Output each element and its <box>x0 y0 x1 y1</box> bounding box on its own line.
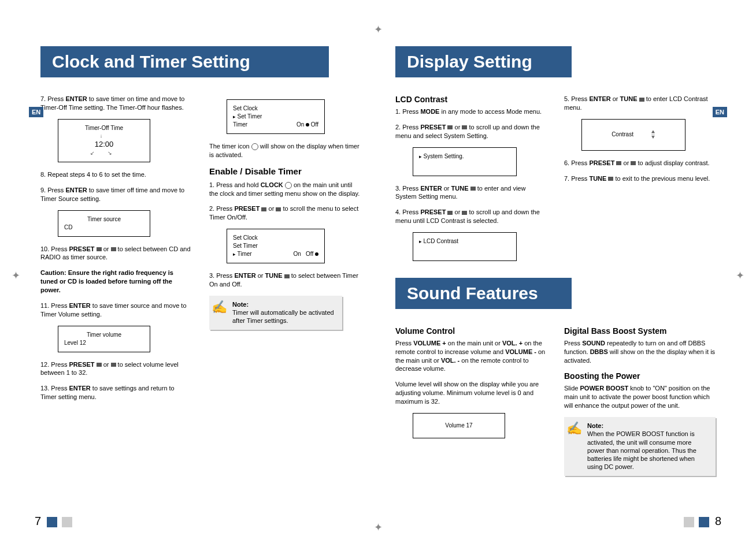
text: or <box>102 361 111 368</box>
value: Volume 17 <box>445 422 472 429</box>
sound-col-a: Volume Control Press VOLUME + on the mai… <box>395 326 547 476</box>
text: to exit to the previous menu level. <box>613 175 710 182</box>
text: PRESET <box>589 159 616 166</box>
right-icon <box>470 187 476 191</box>
lcd-step-4: 4. Press PRESET or to scroll up and down… <box>395 208 547 225</box>
down-icon <box>111 247 116 251</box>
text: 9. Press <box>40 187 65 193</box>
lcd-step-2: 2. Press PRESET or to scroll up and down… <box>395 123 547 140</box>
heading-boosting-power: Boosting the Power <box>564 371 716 381</box>
clock-icon <box>285 182 292 189</box>
text: Slide <box>564 385 580 392</box>
menu-item-selected: Timer <box>233 250 252 258</box>
heading-volume-control: Volume Control <box>395 326 547 336</box>
display-lcd-contrast: LCD Contrast <box>413 232 517 261</box>
menu-item-selected: Set Timer <box>233 113 318 121</box>
text: POWER BOOST <box>580 385 629 392</box>
opt: Off <box>311 121 318 128</box>
text: PRESET <box>69 361 97 368</box>
lcd-step-7: 7. Press TUNE to exit to the previous me… <box>564 174 716 183</box>
page-left: EN Clock and Timer Setting 7. Press ENTE… <box>0 0 378 551</box>
display-menu-1: Set Clock Set Timer Timer On Off <box>227 99 325 134</box>
dot-icon <box>306 123 309 126</box>
timer-icon-note: The timer icon will show on the display … <box>209 142 361 159</box>
text: 3. Press <box>395 185 420 192</box>
dbbs-para: Press SOUND repeatedly to turn on and of… <box>564 339 716 365</box>
lcd-step-6: 6. Press PRESET or to adjust display con… <box>564 159 716 167</box>
volume-para-1: Press VOLUME + on the main unit or VOL. … <box>395 339 547 373</box>
step-11: 11. Press ENTER to save timer source and… <box>40 301 192 319</box>
text: 10. Press <box>40 245 69 252</box>
text: ENTER <box>69 385 91 392</box>
text: ENTER <box>420 185 442 192</box>
text: 1. Press <box>395 108 420 115</box>
display-timer-source: Timer source CD <box>58 210 150 237</box>
text: The timer icon <box>209 143 251 150</box>
note-body: When the POWER BOOST function is activat… <box>587 430 696 470</box>
text: ENTER <box>234 272 255 279</box>
text: VOLUME - <box>505 348 536 355</box>
text: ENTER <box>65 187 87 193</box>
header-sound-features: Sound Features <box>395 278 572 309</box>
right-icon <box>284 274 290 278</box>
enable-step-1: 1. Press and hold CLOCK on the main unit… <box>209 181 361 198</box>
sound-col-b: Digital Bass Boost System Press SOUND re… <box>564 326 716 476</box>
step-10: 10. Press PRESET or to select between CD… <box>40 245 192 262</box>
value: 12:00 <box>95 139 114 150</box>
value: CD <box>64 224 144 232</box>
text: ENTER <box>589 95 610 102</box>
menu-item-selected: System Setting. <box>419 153 464 159</box>
label: Timer volume <box>64 331 144 339</box>
header-display-setting: Display Setting <box>395 46 572 77</box>
step-12: 12. Press PRESET or to select volume lev… <box>40 360 192 378</box>
text: or <box>453 124 462 131</box>
step-9: 9. Press ENTER to save timer off time an… <box>40 186 192 203</box>
text: PRESET <box>420 209 447 215</box>
volume-para-2: Volume level will show on the display wh… <box>395 380 547 406</box>
hand-icon: ✍ <box>212 299 227 316</box>
text: 7. Press <box>564 175 589 182</box>
text: TUNE <box>620 95 639 102</box>
display-system-setting: System Setting. <box>413 147 517 176</box>
display-timer-off: Timer-Off Time ↓ 12:00 ↙ ↘ <box>58 119 150 162</box>
value: Level 12 <box>64 339 144 347</box>
menu-item: Set Timer <box>233 242 318 250</box>
text: on the main unit or <box>446 340 502 347</box>
text: or <box>266 205 276 212</box>
text: in any mode to access Mode menu. <box>439 108 542 115</box>
heading-enable-disable: Enable / Disable Timer <box>209 166 361 176</box>
text: MODE <box>420 108 439 115</box>
right-col-a: LCD Contrast 1. Press MODE in any mode t… <box>395 95 547 269</box>
text: Press <box>564 340 582 347</box>
display-menu-2: Set Clock Set Timer Timer On Off <box>227 229 325 263</box>
note-body: Timer will automatically be activated af… <box>232 309 334 324</box>
text: 11. Press <box>40 302 69 309</box>
dot-icon <box>315 252 318 256</box>
text: Press <box>395 340 413 347</box>
text: VOL. - <box>441 357 459 364</box>
text: 3. Press <box>209 272 234 279</box>
text: SOUND <box>582 340 605 347</box>
pagenum: 7 <box>35 515 41 527</box>
text: or <box>611 95 620 102</box>
note-timer-auto: ✍ Note: Timer will automatically be acti… <box>209 296 342 330</box>
boost-para: Slide POWER BOOST knob to "ON" position … <box>564 384 716 410</box>
pagenum-square-icon <box>47 517 57 527</box>
label: Timer-Off Time <box>64 124 144 132</box>
text: or <box>256 272 265 279</box>
text: TUNE <box>589 175 608 182</box>
display-timer-volume: Timer volume Level 12 <box>58 326 150 352</box>
left-col-b: Set Clock Set Timer Timer On Off The tim… <box>209 95 361 408</box>
menu-item: Set Clock <box>233 105 318 113</box>
text: PRESET <box>69 245 97 252</box>
pagenum-square-grey-icon <box>62 517 72 527</box>
contrast-bars-icon: ▲▒▼ <box>651 131 655 139</box>
text: 5. Press <box>564 95 589 102</box>
label: Timer source <box>64 215 144 224</box>
text: 12. Press <box>40 361 69 368</box>
text: or <box>102 245 111 252</box>
heading-dbbs: Digital Bass Boost System <box>564 326 716 336</box>
text: TUNE <box>451 185 470 192</box>
text: VOLUME + <box>413 340 446 347</box>
opt: On <box>293 251 301 257</box>
